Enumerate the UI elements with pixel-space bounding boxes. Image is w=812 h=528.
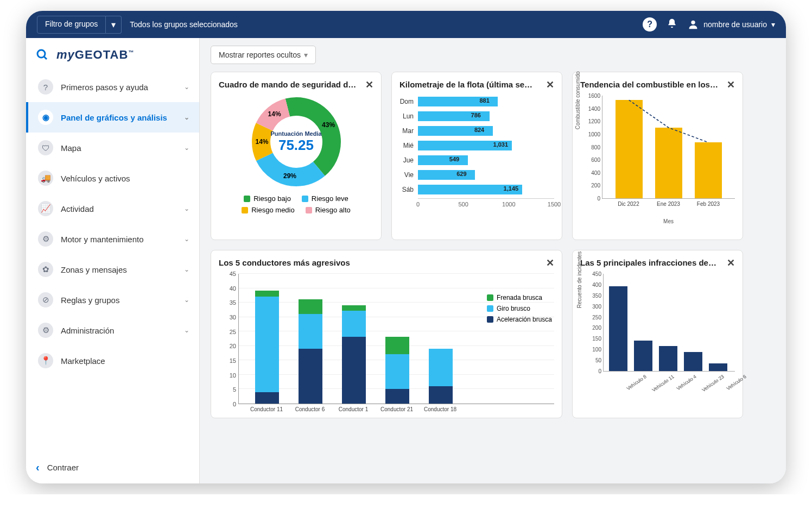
card-fuel-trend: Tendencia del combustible en los últi...… [572,72,743,240]
close-icon[interactable]: ✕ [546,79,554,91]
nav-label: Motor y mantenimiento [61,235,144,244]
card-title: Tendencia del combustible en los últi... [580,80,735,89]
nav-item-3[interactable]: 🚚 Vehículos y activos [26,163,199,193]
donut-center-label: Puntuación Media [270,130,321,137]
fuel-y-axis-label: Combustible consumido [575,71,581,129]
svg-point-1 [37,50,45,58]
close-icon[interactable]: ✕ [365,79,373,91]
mileage-day-label: Vie [399,171,418,179]
fuel-x-label: Dic 2022 [618,201,639,207]
card-title: Las 5 principales infracciones del cint.… [580,258,735,267]
card-safety-dashboard: Cuadro de mando de seguridad del co... ✕… [211,72,382,240]
user-menu[interactable]: nombre de usuario ▾ [687,18,775,30]
username-label: nombre de usuario [703,20,767,29]
chevron-left-icon: ‹ [36,461,40,474]
legend-item: Giro brusco [487,305,552,312]
chevron-down-icon: ⌄ [184,205,189,212]
nav-item-4[interactable]: 📈 Actividad ⌄ [26,193,199,224]
nav: ? Primeros pasos y ayuda ⌄◉ Panel de grá… [26,72,199,451]
vehicle-label: Vehículo 23 [701,374,725,393]
nav-item-2[interactable]: 🛡 Mapa ⌄ [26,133,199,163]
mileage-row: Vie 629 [399,169,554,181]
nav-icon: 📈 [38,201,53,216]
mileage-day-label: Mar [399,127,418,135]
close-icon[interactable]: ✕ [727,79,735,91]
group-filter-label[interactable]: Filtro de grupos [37,16,106,34]
legend-item: Aceleración brusca [487,316,552,323]
nav-item-9[interactable]: 📍 Marketplace [26,345,199,376]
nav-icon: 🚚 [38,171,53,186]
groups-selected-text: Todos los grupos seleccionados [130,20,635,29]
nav-item-8[interactable]: ⚙ Administración ⌄ [26,315,199,345]
app-frame: Filtro de grupos ▾ Todos los grupos sele… [26,11,786,483]
violation-bar [634,341,652,371]
show-hidden-reports-button[interactable]: Mostrar reportes ocultos ▾ [211,46,316,64]
bell-icon[interactable] [667,18,677,32]
search-icon[interactable] [36,48,49,61]
nav-item-5[interactable]: ⚙ Motor y mantenimiento ⌄ [26,224,199,254]
topbar: Filtro de grupos ▾ Todos los grupos sele… [26,11,786,38]
nav-item-6[interactable]: ✿ Zonas y mensajes ⌄ [26,254,199,285]
show-hidden-label: Mostrar reportes ocultos [219,51,301,59]
violations-y-axis-label: Recuento de incidentes [576,252,582,309]
nav-label: Mapa [61,143,81,153]
violation-bar [684,352,702,371]
card-title: Cuadro de mando de seguridad del co... [219,80,373,89]
violations-bar-chart: Recuento de incidentes 05010015020025030… [580,274,735,393]
chevron-down-icon: ⌄ [184,296,189,304]
nav-icon: ⚙ [38,231,53,247]
close-icon[interactable]: ✕ [727,257,735,269]
vehicle-label: Vehículo 8 [626,374,648,391]
help-icon[interactable]: ? [643,17,657,32]
user-icon [687,18,699,30]
nav-icon: 📍 [38,353,53,368]
close-icon[interactable]: ✕ [546,257,554,269]
donut-slice-label: 43% [322,121,335,129]
nav-icon: ⊘ [38,292,53,307]
driver-label: Conductor 6 [295,406,325,412]
nav-item-7[interactable]: ⊘ Reglas y grupos ⌄ [26,285,199,315]
legend-item: Riesgo alto [306,206,351,214]
brand-logo: myGEOTAB™ [56,48,134,62]
nav-label: Marketplace [61,356,105,366]
card-fleet-mileage: Kilometraje de la flota (última semana) … [391,72,562,240]
legend-item: Riesgo bajo [244,194,291,203]
mileage-day-label: Sáb [399,186,418,193]
mileage-row: Jue 549 [399,154,554,166]
donut-slice-label: 29% [283,172,296,180]
card-seatbelt-violations: Las 5 principales infracciones del cint.… [572,250,743,418]
chevron-down-icon: ⌄ [184,326,189,334]
nav-label: Panel de gráficos y análisis [61,113,167,122]
group-filter[interactable]: Filtro de grupos ▾ [37,16,122,34]
svg-line-2 [44,56,47,59]
fuel-x-label: Feb 2023 [697,201,720,207]
nav-item-1[interactable]: ◉ Panel de gráficos y análisis ⌄ [26,102,199,133]
nav-item-0[interactable]: ? Primeros pasos y ayuda ⌄ [26,72,199,102]
chevron-down-icon: ⌄ [184,144,189,152]
nav-label: Zonas y mensajes [61,265,127,274]
aggressive-drivers-chart: 051015202530354045 [219,274,554,404]
mileage-bar-chart: Dom 881 Lun 786 Mar 824 Mié 1,031 Jue 54… [399,96,554,209]
card-title: Los 5 conductores más agresivos [219,258,554,267]
card-aggressive-drivers: Los 5 conductores más agresivos ✕ 051015… [211,250,562,418]
nav-label: Administración [61,326,114,335]
caret-down-icon: ▾ [304,51,308,59]
svg-point-0 [692,21,695,24]
chevron-down-icon: ⌄ [184,114,189,121]
driver-label: Conductor 21 [380,406,413,412]
collapse-sidebar-button[interactable]: ‹ Contraer [26,451,199,483]
driver-label: Conductor 18 [424,406,456,412]
nav-label: Actividad [61,204,94,213]
mileage-row: Dom 881 [399,96,554,108]
legend-item: Riesgo leve [302,194,348,203]
sidebar: myGEOTAB™ ? Primeros pasos y ayuda ⌄◉ Pa… [26,38,200,483]
violation-bar [709,363,727,371]
vehicle-label: Vehículo 11 [651,374,675,393]
chevron-down-icon: ⌄ [184,83,189,91]
group-filter-dropdown[interactable]: ▾ [106,16,122,34]
aggressive-legend: Frenada bruscaGiro bruscoAceleración bru… [487,294,552,326]
mileage-day-label: Jue [399,156,418,164]
donut-slice-label: 14% [268,110,281,118]
nav-icon: ◉ [38,110,53,125]
content-area: Mostrar reportes ocultos ▾ Cuadro de man… [200,38,786,483]
